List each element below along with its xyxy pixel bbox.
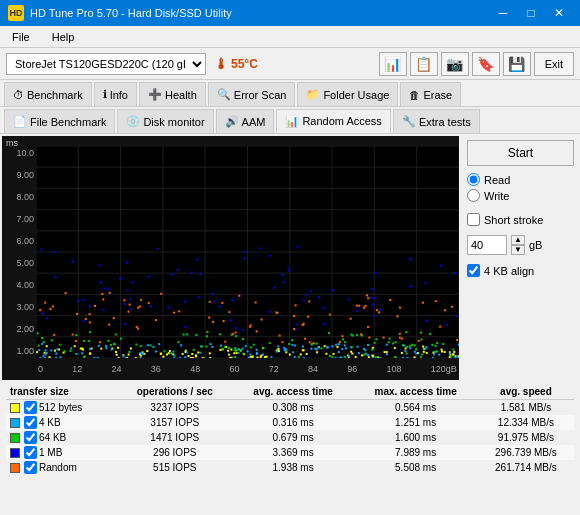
y-label-7: 7.00 bbox=[4, 214, 34, 224]
short-stroke-text: Short stroke bbox=[484, 214, 543, 226]
device-bar: StoreJet TS120GESD220C (120 gB) 🌡 55°C 📊… bbox=[0, 48, 580, 80]
tab-extra-tests[interactable]: 🔧 Extra tests bbox=[393, 109, 480, 133]
four-kb-align-checkbox[interactable] bbox=[467, 264, 480, 277]
row-checkbox-2[interactable] bbox=[24, 431, 37, 444]
color-indicator-3 bbox=[10, 448, 20, 458]
number-field[interactable]: 40 bbox=[467, 235, 507, 255]
close-button[interactable]: ✕ bbox=[546, 4, 572, 22]
extra-tests-icon: 🔧 bbox=[402, 115, 416, 128]
title-bar-left: HD HD Tune Pro 5.70 - Hard Disk/SSD Util… bbox=[8, 5, 232, 21]
tab-disk-monitor-label: Disk monitor bbox=[143, 116, 204, 128]
tab-error-scan-label: Error Scan bbox=[234, 89, 287, 101]
maximize-button[interactable]: □ bbox=[518, 4, 544, 22]
spin-down-button[interactable]: ▼ bbox=[511, 245, 525, 255]
device-select[interactable]: StoreJet TS120GESD220C (120 gB) bbox=[6, 53, 206, 75]
tab-random-access[interactable]: 📊 Random Access bbox=[276, 109, 390, 133]
color-indicator-2 bbox=[10, 433, 20, 443]
y-label-2: 2.00 bbox=[4, 324, 34, 334]
tabs-row-1: ⏱ Benchmark ℹ Info ➕ Health 🔍 Error Scan… bbox=[0, 80, 580, 107]
start-button[interactable]: Start bbox=[467, 140, 574, 166]
cell-max-access-2: 1.600 ms bbox=[353, 430, 477, 445]
row-transfer-size-2: 64 KB bbox=[39, 432, 66, 443]
tab-random-access-label: Random Access bbox=[302, 115, 381, 127]
tab-aam[interactable]: 🔊 AAM bbox=[216, 109, 275, 133]
four-kb-align-text: 4 KB align bbox=[484, 265, 534, 277]
folder-icon: 📁 bbox=[306, 88, 320, 101]
minimize-button[interactable]: ─ bbox=[490, 4, 516, 22]
y-label-8: 8.00 bbox=[4, 192, 34, 202]
read-write-group: Read Write bbox=[467, 171, 574, 204]
tab-erase[interactable]: 🗑 Erase bbox=[400, 82, 461, 106]
tab-benchmark-label: Benchmark bbox=[27, 89, 83, 101]
menu-file[interactable]: File bbox=[6, 29, 36, 45]
cell-avg-access-3: 3.369 ms bbox=[233, 445, 354, 460]
write-label: Write bbox=[484, 190, 509, 202]
write-radio-label[interactable]: Write bbox=[467, 189, 574, 202]
toolbar-btn-2[interactable]: 📋 bbox=[410, 52, 438, 76]
disk-monitor-icon: 💿 bbox=[126, 115, 140, 128]
cell-max-access-3: 7.989 ms bbox=[353, 445, 477, 460]
x-label-36: 36 bbox=[151, 364, 161, 374]
tab-file-benchmark[interactable]: 📄 File Benchmark bbox=[4, 109, 115, 133]
menu-help[interactable]: Help bbox=[46, 29, 81, 45]
row-transfer-size-1: 4 KB bbox=[39, 417, 61, 428]
tab-info[interactable]: ℹ Info bbox=[94, 82, 137, 106]
cell-ops-2: 1471 IOPS bbox=[117, 430, 233, 445]
short-stroke-checkbox[interactable] bbox=[467, 213, 480, 226]
tabs-row-2: 📄 File Benchmark 💿 Disk monitor 🔊 AAM 📊 … bbox=[0, 107, 580, 134]
toolbar-btn-5[interactable]: 💾 bbox=[503, 52, 531, 76]
title-controls: ─ □ ✕ bbox=[490, 4, 572, 22]
tab-extra-tests-label: Extra tests bbox=[419, 116, 471, 128]
x-label-0: 0 bbox=[38, 364, 43, 374]
table-row: 64 KB 1471 IOPS 0.679 ms 1.600 ms 91.975… bbox=[6, 430, 574, 445]
benchmark-icon: ⏱ bbox=[13, 89, 24, 101]
y-label-3: 3.00 bbox=[4, 302, 34, 312]
random-access-icon: 📊 bbox=[285, 115, 299, 128]
health-icon: ➕ bbox=[148, 88, 162, 101]
tab-erase-label: Erase bbox=[423, 89, 452, 101]
cell-label-2: 64 KB bbox=[6, 430, 117, 445]
short-stroke-label[interactable]: Short stroke bbox=[467, 213, 574, 226]
toolbar-btn-1[interactable]: 📊 bbox=[379, 52, 407, 76]
cell-ops-1: 3157 IOPS bbox=[117, 415, 233, 430]
tab-benchmark[interactable]: ⏱ Benchmark bbox=[4, 82, 92, 106]
four-kb-align-label[interactable]: 4 KB align bbox=[467, 264, 574, 277]
right-panel: Start Read Write Short stroke 40 ▲ ▼ gB bbox=[463, 136, 578, 380]
cell-avg-access-1: 0.316 ms bbox=[233, 415, 354, 430]
tab-error-scan[interactable]: 🔍 Error Scan bbox=[208, 82, 296, 106]
x-label-96: 96 bbox=[347, 364, 357, 374]
x-label-84: 84 bbox=[308, 364, 318, 374]
chart-canvas bbox=[36, 146, 459, 358]
toolbar-icons: 📊 📋 📷 🔖 💾 Exit bbox=[379, 52, 574, 76]
info-icon: ℹ bbox=[103, 88, 107, 101]
toolbar-btn-4[interactable]: 🔖 bbox=[472, 52, 500, 76]
tab-folder-usage[interactable]: 📁 Folder Usage bbox=[297, 82, 398, 106]
spin-up-button[interactable]: ▲ bbox=[511, 235, 525, 245]
x-label-60: 60 bbox=[229, 364, 239, 374]
app-icon: HD bbox=[8, 5, 24, 21]
erase-icon: 🗑 bbox=[409, 89, 420, 101]
x-label-24: 24 bbox=[112, 364, 122, 374]
cell-label-1: 4 KB bbox=[6, 415, 117, 430]
toolbar-btn-3[interactable]: 📷 bbox=[441, 52, 469, 76]
x-label-12: 12 bbox=[72, 364, 82, 374]
read-radio[interactable] bbox=[467, 173, 480, 186]
col-ops-sec: operations / sec bbox=[117, 384, 233, 400]
read-radio-label[interactable]: Read bbox=[467, 173, 574, 186]
x-label-108: 108 bbox=[387, 364, 402, 374]
cell-max-access-0: 0.564 ms bbox=[353, 400, 477, 416]
cell-ops-3: 296 IOPS bbox=[117, 445, 233, 460]
color-indicator-1 bbox=[10, 418, 20, 428]
tab-health[interactable]: ➕ Health bbox=[139, 82, 206, 106]
read-label: Read bbox=[484, 174, 510, 186]
title-bar: HD HD Tune Pro 5.70 - Hard Disk/SSD Util… bbox=[0, 0, 580, 26]
row-checkbox-1[interactable] bbox=[24, 416, 37, 429]
row-checkbox-4[interactable] bbox=[24, 461, 37, 474]
tab-disk-monitor[interactable]: 💿 Disk monitor bbox=[117, 109, 213, 133]
row-checkbox-3[interactable] bbox=[24, 446, 37, 459]
cell-label-3: 1 MB bbox=[6, 445, 117, 460]
exit-button[interactable]: Exit bbox=[534, 52, 574, 76]
row-checkbox-0[interactable] bbox=[24, 401, 37, 414]
table-row: 512 bytes 3237 IOPS 0.308 ms 0.564 ms 1.… bbox=[6, 400, 574, 416]
write-radio[interactable] bbox=[467, 189, 480, 202]
